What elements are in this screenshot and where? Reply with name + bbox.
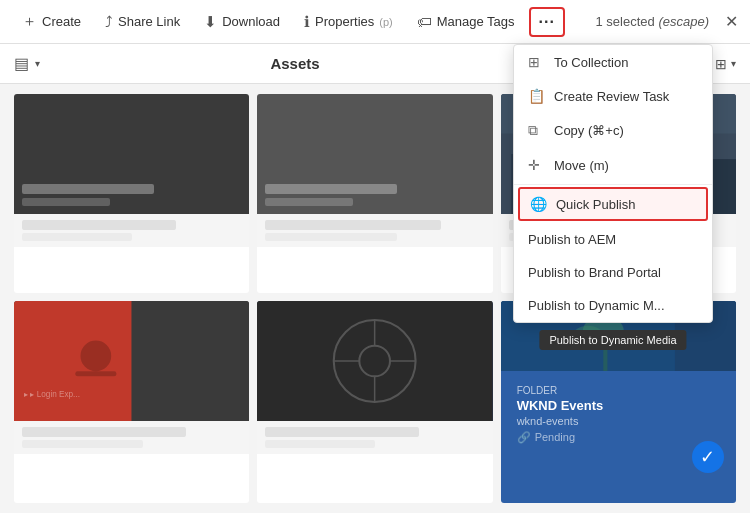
quick-publish-menu-item[interactable]: 🌐 Quick Publish — [518, 187, 708, 221]
info-icon: ℹ — [304, 13, 310, 31]
collection-icon: ⊞ — [528, 54, 544, 70]
plus-icon: ＋ — [22, 12, 37, 31]
menu-divider — [514, 184, 712, 185]
svg-rect-12 — [75, 371, 116, 376]
svg-text:▸ ▸ Login Exp...: ▸ ▸ Login Exp... — [24, 389, 80, 398]
selected-check-icon: ✓ — [692, 441, 724, 473]
asset-info — [14, 421, 249, 454]
selected-count: 1 selected (escape) — [596, 14, 709, 29]
pending-icon: 🔗 — [517, 431, 531, 444]
close-button[interactable]: ✕ — [725, 12, 738, 31]
svg-rect-10 — [132, 301, 250, 421]
asset-card[interactable] — [257, 94, 492, 293]
properties-button[interactable]: ℹ Properties (p) — [294, 7, 403, 37]
svg-rect-14 — [257, 301, 492, 421]
publish-dynamic-media-menu-item[interactable]: Publish to Dynamic M... Publish to Dynam… — [514, 289, 712, 322]
page-title: Assets — [40, 55, 550, 72]
more-options-button[interactable]: ··· — [529, 7, 565, 37]
folder-sub-label: wknd-events — [509, 413, 728, 429]
main-toolbar: ＋ Create ⤴ Share Link ⬇ Download ℹ Prope… — [0, 0, 750, 44]
move-menu-item[interactable]: ✛ Move (m) — [514, 148, 712, 182]
svg-rect-9 — [14, 301, 132, 421]
view-switcher[interactable]: ▤ ▾ — [14, 54, 40, 73]
manage-tags-button[interactable]: 🏷 Manage Tags — [407, 7, 525, 36]
tag-icon: 🏷 — [417, 13, 432, 30]
view-toggle-button[interactable]: ⊞ ▾ — [715, 56, 736, 72]
publish-icon: 🌐 — [530, 196, 546, 212]
share-link-button[interactable]: ⤴ Share Link — [95, 7, 190, 36]
publish-aem-menu-item[interactable]: Publish to AEM — [514, 223, 712, 256]
share-icon: ⤴ — [105, 13, 113, 30]
asset-card[interactable] — [14, 94, 249, 293]
asset-info — [257, 421, 492, 454]
copy-icon: ⧉ — [528, 122, 544, 139]
create-review-task-menu-item[interactable]: 📋 Create Review Task — [514, 79, 712, 113]
download-icon: ⬇ — [204, 13, 217, 31]
review-icon: 📋 — [528, 88, 544, 104]
dynamic-media-tooltip: Publish to Dynamic Media — [539, 330, 686, 350]
asset-card[interactable]: ▸ ▸ Login Exp... — [14, 301, 249, 504]
move-icon: ✛ — [528, 157, 544, 173]
copy-menu-item[interactable]: ⧉ Copy (⌘+c) — [514, 113, 712, 148]
asset-card[interactable] — [257, 301, 492, 504]
publish-brand-portal-menu-item[interactable]: Publish to Brand Portal — [514, 256, 712, 289]
folder-type-label: FOLDER — [509, 377, 728, 398]
asset-info — [257, 214, 492, 247]
chevron-down-icon: ▾ — [731, 58, 736, 69]
sidebar-toggle-icon: ▤ — [14, 54, 29, 73]
dropdown-menu: ⊞ To Collection 📋 Create Review Task ⧉ C… — [513, 44, 713, 323]
grid-view-icon: ⊞ — [715, 56, 727, 72]
create-button[interactable]: ＋ Create — [12, 6, 91, 37]
toolbar-right: 1 selected (escape) ✕ — [596, 12, 738, 31]
asset-thumbnail — [14, 94, 249, 214]
folder-name: WKND Events — [509, 398, 728, 413]
asset-thumbnail — [257, 94, 492, 214]
to-collection-menu-item[interactable]: ⊞ To Collection — [514, 45, 712, 79]
asset-info — [14, 214, 249, 247]
download-button[interactable]: ⬇ Download — [194, 7, 290, 37]
asset-thumbnail: ▸ ▸ Login Exp... — [14, 301, 249, 421]
svg-point-11 — [81, 340, 112, 371]
asset-thumbnail — [257, 301, 492, 421]
